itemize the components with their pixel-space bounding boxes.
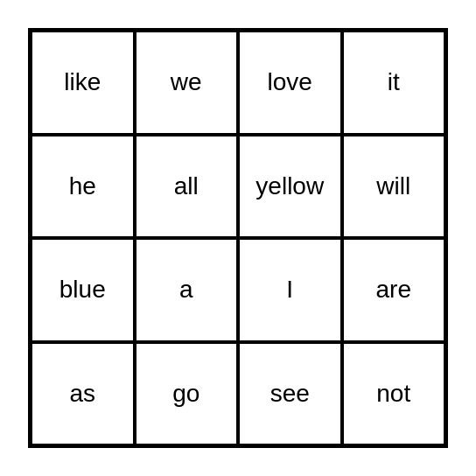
grid-cell-cell-1-3[interactable]: will [342, 135, 446, 239]
grid-cell-cell-0-1[interactable]: we [135, 31, 239, 135]
grid-cell-cell-0-3[interactable]: it [342, 31, 446, 135]
grid-cell-cell-1-2[interactable]: yellow [238, 135, 342, 239]
grid-cell-cell-1-1[interactable]: all [135, 135, 239, 239]
grid-cell-cell-2-1[interactable]: a [135, 238, 239, 342]
grid-cell-cell-2-2[interactable]: I [238, 238, 342, 342]
grid-cell-cell-3-1[interactable]: go [135, 342, 239, 446]
grid-cell-cell-0-0[interactable]: like [31, 31, 135, 135]
grid-cell-cell-3-2[interactable]: see [238, 342, 342, 446]
grid-cell-cell-0-2[interactable]: love [238, 31, 342, 135]
grid-cell-cell-1-0[interactable]: he [31, 135, 135, 239]
grid-cell-cell-3-3[interactable]: not [342, 342, 446, 446]
grid-cell-cell-2-0[interactable]: blue [31, 238, 135, 342]
word-grid: likeweloveitheallyellowwillblueaIareasgo… [28, 28, 448, 448]
grid-cell-cell-3-0[interactable]: as [31, 342, 135, 446]
grid-cell-cell-2-3[interactable]: are [342, 238, 446, 342]
